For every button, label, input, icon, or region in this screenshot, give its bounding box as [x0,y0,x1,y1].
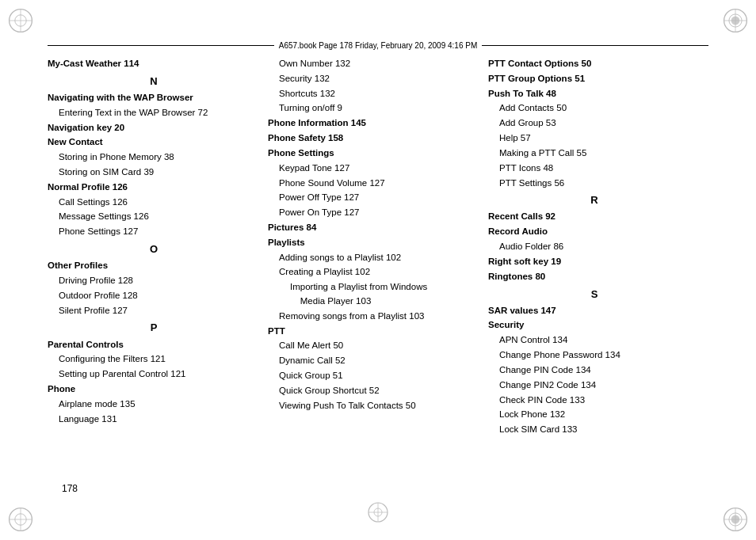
index-entry: Pictures 84 [268,221,480,235]
index-entry: Dynamic Call 52 [268,354,480,368]
index-entry: Navigation key 20 [48,121,260,135]
index-entry: SAR values 147 [488,304,701,318]
header-bar: A657.book Page 178 Friday, February 20, … [48,41,708,50]
index-entry: Quick Group 51 [268,369,480,383]
index-entry: Outdoor Profile 128 [48,289,260,303]
index-entry: Call Settings 126 [48,196,260,210]
index-entry: Lock Phone 132 [488,408,701,422]
corner-decoration-br [721,505,750,534]
index-entry: Audio Folder 86 [488,240,701,254]
index-entry: Importing a Playlist from Windows Media … [268,280,480,309]
index-entry: New Contact [48,135,260,150]
index-entry: My-Cast Weather 114 [48,57,260,71]
index-entry: Playlists [268,236,480,250]
index-entry: Change PIN Code 134 [488,363,701,378]
index-entry: Viewing Push To Talk Contacts 50 [268,399,480,413]
index-entry: Language 131 [48,413,260,427]
index-entry: Phone [48,382,260,397]
index-entry: Driving Profile 128 [48,274,260,288]
index-entry: Turning on/off 9 [268,101,480,116]
header-line-left [48,45,274,46]
corner-decoration-bl [6,505,35,534]
index-entry: Security [488,318,701,333]
column-2: Own Number 132Security 132Shortcuts 132T… [268,57,488,485]
index-entry: Quick Group Shortcut 52 [268,384,480,398]
index-entry: Keypad Tone 127 [268,162,480,176]
index-entry: Phone Information 145 [268,116,480,131]
column-1: My-Cast Weather 114NNavigating with the … [48,57,268,485]
index-entry: Power On Type 127 [268,206,480,220]
index-entry: Own Number 132 [268,57,480,71]
index-entry: R [488,192,701,208]
index-entry: PTT Group Options 51 [488,72,701,86]
index-entry: Message Settings 126 [48,210,260,224]
bottom-center-decoration [367,501,389,526]
index-entry: Making a PTT Call 55 [488,146,701,161]
index-entry: Entering Text in the WAP Browser 72 [48,106,260,120]
index-entry: Airplane mode 135 [48,397,260,412]
index-entry: Power Off Type 127 [268,191,480,205]
column-3: PTT Contact Options 50PTT Group Options … [488,57,708,485]
corner-decoration-tl [6,6,35,35]
index-entry: Adding songs to a Playlist 102 [268,251,480,265]
index-entry: Parental Controls [48,338,260,352]
index-entry: Storing on SIM Card 39 [48,165,260,180]
index-entry: PTT [268,325,480,339]
index-entry: Change PIN2 Code 134 [488,378,701,393]
index-entry: O [48,241,260,257]
index-entry: APN Control 134 [488,333,701,348]
page-number: 178 [62,483,78,494]
index-entry: PTT Settings 56 [488,177,701,191]
header-text: A657.book Page 178 Friday, February 20, … [279,41,478,50]
index-entry: PTT Contact Options 50 [488,57,701,71]
index-entry: Silent Profile 127 [48,304,260,318]
index-entry: Right soft key 19 [488,255,701,269]
index-entry: Phone Settings [268,146,480,161]
index-entry: Add Group 53 [488,116,701,131]
corner-decoration-tr [721,6,750,35]
index-entry: Creating a Playlist 102 [268,265,480,280]
index-entry: Shortcuts 132 [268,87,480,101]
index-entry: Phone Safety 158 [268,131,480,146]
index-entry: S [488,287,701,302]
index-entry: Navigating with the WAP Browser [48,91,260,105]
index-entry: Call Me Alert 50 [268,339,480,353]
index-entry: Add Contacts 50 [488,101,701,116]
index-entry: N [48,74,260,89]
index-entry: Removing songs from a Playlist 103 [268,310,480,324]
index-entry: Phone Settings 127 [48,225,260,239]
index-entry: Other Profiles [48,259,260,273]
index-entry: Setting up Parental Control 121 [48,367,260,382]
index-entry: Security 132 [268,72,480,86]
index-entry: Push To Talk 48 [488,87,701,101]
index-entry: Storing in Phone Memory 38 [48,150,260,165]
index-entry: Ringtones 80 [488,270,701,284]
index-entry: PTT Icons 48 [488,162,701,176]
page: A657.book Page 178 Friday, February 20, … [0,0,756,540]
index-entry: Help 57 [488,131,701,146]
index-entry: P [48,320,260,336]
index-entry: Lock SIM Card 133 [488,423,701,437]
index-entry: Configuring the Filters 121 [48,352,260,367]
index-entry: Recent Calls 92 [488,210,701,224]
header-line-right [482,45,708,46]
index-entry: Check PIN Code 133 [488,394,701,408]
main-content: My-Cast Weather 114NNavigating with the … [48,57,708,485]
index-entry: Normal Profile 126 [48,181,260,195]
index-entry: Phone Sound Volume 127 [268,177,480,191]
index-entry: Change Phone Password 134 [488,348,701,363]
index-entry: Record Audio [488,225,701,239]
